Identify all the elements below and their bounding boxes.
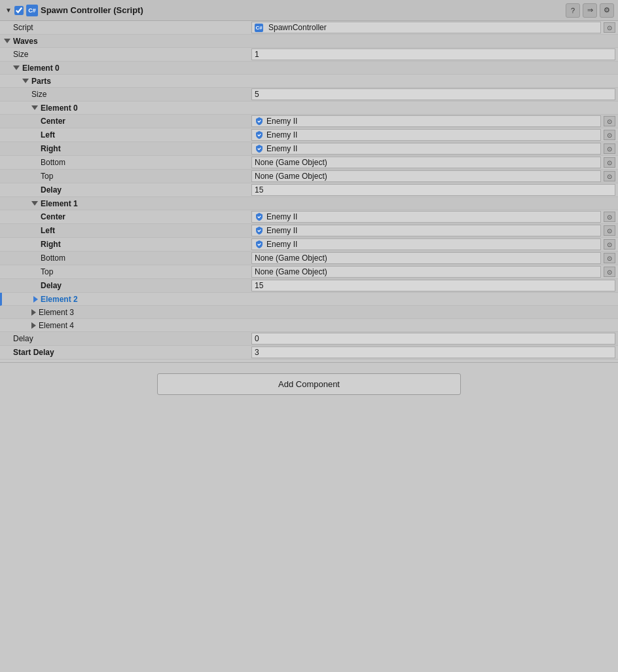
e1-center-settings-button[interactable]: ⊙ <box>604 212 615 222</box>
e1-delay-row: Delay <box>0 279 618 293</box>
parts-label-cell: Parts <box>0 77 249 86</box>
parts-element0-row: Element 0 <box>0 102 618 115</box>
e1-bottom-row: Bottom None (Game Object) ⊙ <box>0 252 618 265</box>
waves-size-input[interactable] <box>251 48 615 60</box>
e1-left-field[interactable]: Enemy II <box>251 225 601 236</box>
parts-element3-expand-icon[interactable] <box>31 309 36 316</box>
parts-element3-value-cell <box>249 312 618 313</box>
parts-element1-collapse-icon[interactable] <box>31 201 38 206</box>
delay-input[interactable] <box>251 333 615 345</box>
e0-top-row: Top None (Game Object) ⊙ <box>0 170 618 183</box>
parts-element4-row: Element 4 <box>0 319 618 332</box>
e1-top-label: Top <box>41 267 53 276</box>
parts-element2-label: Element 2 <box>41 295 78 304</box>
e0-top-value: None (Game Object) <box>255 172 327 181</box>
e1-right-value: Enemy II <box>266 240 297 249</box>
e0-center-settings-button[interactable]: ⊙ <box>604 116 615 126</box>
component-enabled-checkbox[interactable] <box>14 6 24 15</box>
parts-element4-expand-icon[interactable] <box>31 322 36 329</box>
e0-right-field[interactable]: Enemy II <box>251 143 601 155</box>
e1-bottom-label: Bottom <box>41 253 65 263</box>
component-header: ▼ C# Spawn Controller (Script) ? ⇒ ⚙ <box>0 0 618 21</box>
add-component-button[interactable]: Add Component <box>157 373 461 395</box>
help-button[interactable]: ? <box>566 3 580 18</box>
e0-center-field[interactable]: Enemy II <box>251 115 601 127</box>
parts-element0-label: Element 0 <box>41 103 78 113</box>
e0-left-row: Left Enemy II ⊙ <box>0 128 618 142</box>
e0-center-shield-icon <box>255 117 264 126</box>
e1-bottom-label-cell: Bottom <box>0 253 249 263</box>
e0-right-label-cell: Right <box>0 144 249 153</box>
e0-top-field[interactable]: None (Game Object) <box>251 170 601 182</box>
e1-delay-value-cell <box>249 279 618 292</box>
waves-row: Waves <box>0 35 618 48</box>
parts-element1-label: Element 1 <box>41 199 78 208</box>
parts-element3-label: Element 3 <box>39 308 74 317</box>
e1-top-label-cell: Top <box>0 267 249 276</box>
e0-right-label: Right <box>41 144 61 153</box>
parts-value-cell <box>249 81 618 82</box>
header-icons-group: ? ⇒ ⚙ <box>566 3 614 18</box>
e1-left-value: Enemy II <box>266 226 297 235</box>
parts-size-row: Size <box>0 88 618 102</box>
inspector-panel: ▼ C# Spawn Controller (Script) ? ⇒ ⚙ Scr… <box>0 0 618 405</box>
parts-collapse-icon[interactable] <box>22 79 29 83</box>
e1-right-row: Right Enemy II ⊙ <box>0 238 618 252</box>
parts-element2-expand-icon[interactable] <box>33 296 38 303</box>
e1-right-field[interactable]: Enemy II <box>251 238 601 250</box>
e1-bottom-settings-button[interactable]: ⊙ <box>604 253 615 263</box>
element0-collapse-icon[interactable] <box>13 65 20 70</box>
parts-element0-collapse-icon[interactable] <box>31 105 38 110</box>
e0-bottom-label: Bottom <box>41 158 65 167</box>
e1-left-settings-button[interactable]: ⊙ <box>604 225 615 236</box>
e0-left-label-cell: Left <box>0 130 249 140</box>
start-delay-input[interactable] <box>251 346 615 358</box>
script-settings-cell: ⊙ <box>604 22 618 33</box>
e0-left-field[interactable]: Enemy II <box>251 129 601 141</box>
waves-collapse-icon[interactable] <box>4 39 10 43</box>
e0-bottom-settings-button[interactable]: ⊙ <box>604 157 615 168</box>
script-file-icon: C# <box>255 24 263 32</box>
parts-size-input[interactable] <box>251 88 615 100</box>
add-component-bar: Add Component <box>0 362 618 405</box>
reference-button[interactable]: ⇒ <box>583 3 597 18</box>
e0-right-settings-button[interactable]: ⊙ <box>604 143 615 154</box>
start-delay-label-cell: Start Delay <box>0 348 249 357</box>
parts-element3-label-cell: Element 3 <box>0 308 249 317</box>
parts-element4-value-cell <box>249 325 618 326</box>
e1-bottom-field[interactable]: None (Game Object) <box>251 252 601 264</box>
e0-top-label-cell: Top <box>0 172 249 181</box>
e0-center-settings-cell: ⊙ <box>604 116 618 126</box>
e1-delay-input[interactable] <box>251 280 615 291</box>
e1-top-value-cell: None (Game Object) <box>249 265 604 278</box>
e1-right-label-cell: Right <box>0 240 249 249</box>
e1-top-field[interactable]: None (Game Object) <box>251 266 601 278</box>
e0-bottom-field[interactable]: None (Game Object) <box>251 157 601 168</box>
e0-bottom-label-cell: Bottom <box>0 158 249 167</box>
e1-top-settings-cell: ⊙ <box>604 267 618 277</box>
e1-right-settings-button[interactable]: ⊙ <box>604 239 615 250</box>
delay-label: Delay <box>13 334 33 343</box>
e0-top-settings-button[interactable]: ⊙ <box>604 171 615 181</box>
e0-delay-input[interactable] <box>251 184 615 196</box>
element0-value-cell <box>249 67 618 69</box>
waves-size-value-cell <box>249 48 618 61</box>
script-settings-button[interactable]: ⊙ <box>604 22 615 33</box>
expand-arrow-icon[interactable]: ▼ <box>4 6 13 15</box>
parts-element0-label-cell: Element 0 <box>0 103 249 113</box>
settings-button[interactable]: ⚙ <box>600 3 614 18</box>
e1-left-row: Left Enemy II ⊙ <box>0 224 618 238</box>
e0-left-value-cell: Enemy II <box>249 128 604 141</box>
e1-center-field[interactable]: Enemy II <box>251 211 601 223</box>
e0-center-label: Center <box>41 117 65 126</box>
parts-size-value-cell <box>249 88 618 101</box>
parts-row: Parts <box>0 75 618 88</box>
e0-delay-label: Delay <box>41 185 62 195</box>
e0-left-settings-button[interactable]: ⊙ <box>604 130 615 140</box>
script-type-icon: C# <box>26 5 38 16</box>
e0-bottom-value-cell: None (Game Object) <box>249 156 604 169</box>
script-value-cell: C# SpawnController <box>249 21 604 34</box>
e1-top-settings-button[interactable]: ⊙ <box>604 267 615 277</box>
e0-bottom-value: None (Game Object) <box>255 158 327 167</box>
script-field[interactable]: C# SpawnController <box>251 22 601 33</box>
